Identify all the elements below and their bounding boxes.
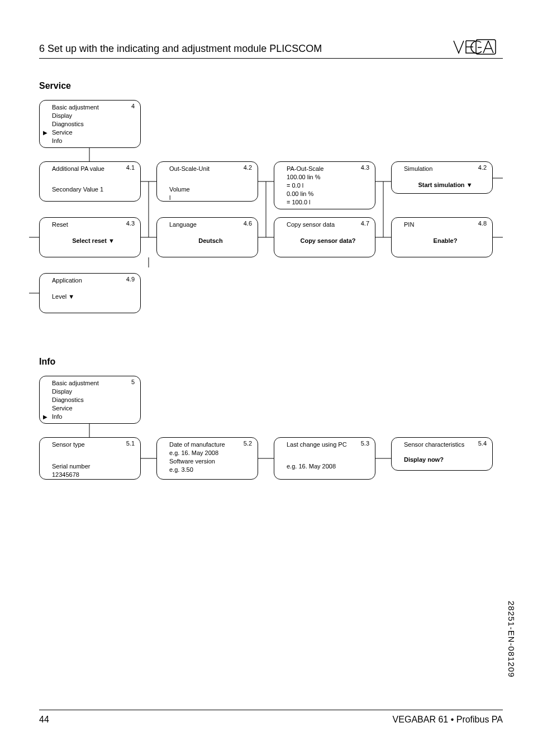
screen-title: Sensor type bbox=[52, 441, 135, 449]
screen-action: Enable? bbox=[404, 237, 487, 245]
menu-item-label: Service bbox=[52, 129, 73, 136]
screen-number: 5.3 bbox=[361, 440, 369, 447]
screen-sensor-characteristics: 5.4 Sensor characteristics Display now? bbox=[391, 437, 493, 471]
screen-value: l bbox=[169, 194, 252, 202]
screen-number: 4.2 bbox=[244, 164, 252, 171]
screen-value: Volume bbox=[169, 185, 252, 194]
screen-value: Deutsch bbox=[169, 237, 252, 245]
document-title: VEGABAR 61 • Proﬁbus PA bbox=[393, 715, 503, 725]
screen-number: 4.1 bbox=[126, 164, 135, 171]
screen-value: = 100.0 l bbox=[287, 198, 369, 207]
menu-item-label: Info bbox=[52, 413, 62, 420]
screen-label: Software version bbox=[169, 457, 252, 466]
screen-number: 4.6 bbox=[244, 220, 252, 227]
menu-item: Diagnostics bbox=[52, 396, 135, 404]
screen-title: PIN bbox=[404, 221, 487, 229]
screen-value: Secondary Value 1 bbox=[52, 185, 135, 194]
screen-simulation: 4.2 Simulation Start simulation ▼ bbox=[391, 161, 493, 194]
screen-action: Display now? bbox=[404, 456, 487, 464]
screen-value: 12345678 bbox=[52, 471, 135, 479]
screen-label: Serial number bbox=[52, 462, 135, 471]
screen-number: 4.7 bbox=[361, 220, 369, 227]
screen-number: 5.2 bbox=[244, 440, 252, 447]
screen-language: 4.6 Language Deutsch bbox=[156, 217, 258, 257]
screen-title: Simulation bbox=[404, 165, 487, 173]
screen-number: 4.2 bbox=[478, 164, 487, 171]
screen-title: Reset bbox=[52, 221, 135, 229]
screen-title: Copy sensor data bbox=[287, 221, 369, 229]
vega-logo bbox=[453, 39, 503, 55]
document-code: 28251-EN-081209 bbox=[507, 601, 516, 678]
screen-out-scale-unit: 4.2 Out-Scale-Unit Volume l bbox=[156, 161, 258, 202]
screen-date-of-manufacture: 5.2 Date of manufacture e.g. 16. May 200… bbox=[156, 437, 258, 480]
page-number: 44 bbox=[39, 715, 49, 725]
menu-item: Basic adjustment bbox=[52, 379, 135, 387]
menu-screen-4: 4 Basic adjustment Display Diagnostics ▶… bbox=[39, 100, 141, 148]
page-header-title: 6 Set up with the indicating and adjustm… bbox=[39, 43, 322, 55]
screen-value: 100.00 lin % bbox=[287, 173, 369, 181]
menu-item: Diagnostics bbox=[52, 120, 135, 128]
screen-title: Out-Scale-Unit bbox=[169, 165, 252, 173]
screen-copy-sensor-data: 4.7 Copy sensor data Copy sensor data? bbox=[274, 217, 375, 257]
screen-number: 4.8 bbox=[478, 220, 487, 227]
menu-number: 5 bbox=[131, 379, 135, 385]
screen-title: Sensor characteristics bbox=[404, 441, 487, 449]
menu-item: Service bbox=[52, 404, 135, 413]
menu-item: Info bbox=[52, 137, 135, 145]
screen-number: 4.9 bbox=[126, 276, 135, 283]
screen-value: 0.00 lin % bbox=[287, 190, 369, 198]
screen-value: Level ▼ bbox=[52, 293, 135, 301]
menu-item: Display bbox=[52, 387, 135, 396]
screen-value: = 0.0 l bbox=[287, 181, 369, 190]
screen-additional-pa-value: 4.1 Additional PA value Secondary Value … bbox=[39, 161, 141, 202]
screen-application: 4.9 Application Level ▼ bbox=[39, 273, 141, 313]
screen-value: e.g. 3.50 bbox=[169, 466, 252, 474]
screen-number: 5.1 bbox=[126, 440, 135, 447]
screen-title: Language bbox=[169, 221, 252, 229]
screen-title: Date of manufacture bbox=[169, 441, 252, 449]
screen-last-change: 5.3 Last change using PC e.g. 16. May 20… bbox=[274, 437, 375, 480]
screen-value: e.g. 16. May 2008 bbox=[169, 449, 252, 457]
screen-sensor-type: 5.1 Sensor type Serial number 12345678 bbox=[39, 437, 141, 480]
screen-number: 5.4 bbox=[478, 440, 487, 447]
menu-item: Basic adjustment bbox=[52, 103, 135, 112]
menu-screen-5: 5 Basic adjustment Display Diagnostics S… bbox=[39, 376, 141, 424]
screen-number: 4.3 bbox=[126, 220, 135, 227]
screen-title: Additional PA value bbox=[52, 165, 135, 173]
screen-action: Start simulation ▼ bbox=[404, 181, 487, 189]
screen-pin: 4.8 PIN Enable? bbox=[391, 217, 493, 257]
screen-reset: 4.3 Reset Select reset ▼ bbox=[39, 217, 141, 257]
screen-title: PA-Out-Scale bbox=[287, 165, 369, 173]
screen-value: e.g. 16. May 2008 bbox=[287, 462, 369, 471]
menu-item-selected: ▶Info bbox=[52, 413, 135, 421]
screen-pa-out-scale: 4.3 PA-Out-Scale 100.00 lin % = 0.0 l 0.… bbox=[274, 161, 375, 209]
section-heading-info: Info bbox=[39, 357, 503, 367]
screen-title: Last change using PC bbox=[287, 441, 369, 449]
menu-item-selected: ▶Service bbox=[52, 128, 135, 137]
screen-title: Application bbox=[52, 276, 135, 285]
menu-item: Display bbox=[52, 112, 135, 120]
screen-number: 4.3 bbox=[361, 164, 369, 171]
menu-number: 4 bbox=[131, 103, 135, 109]
section-heading-service: Service bbox=[39, 81, 503, 91]
screen-action: Copy sensor data? bbox=[287, 237, 369, 245]
screen-action: Select reset ▼ bbox=[52, 237, 135, 245]
